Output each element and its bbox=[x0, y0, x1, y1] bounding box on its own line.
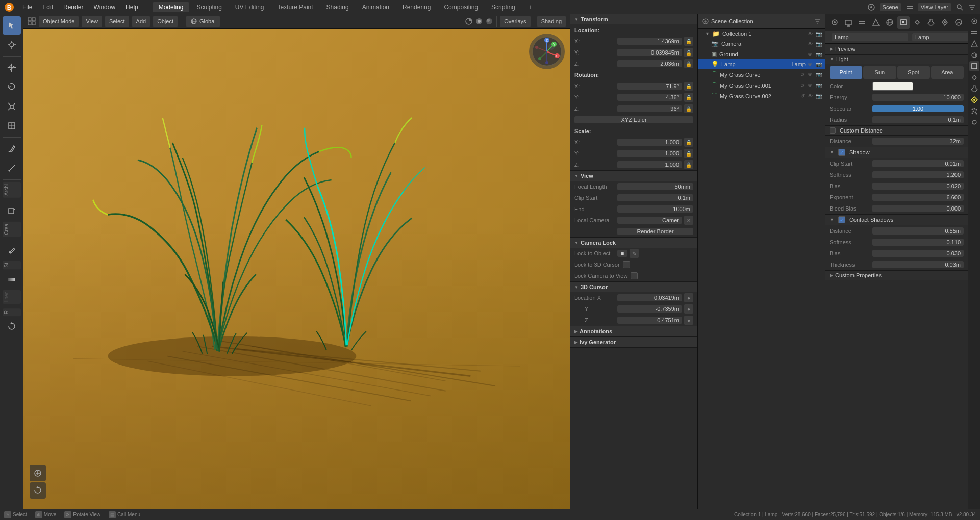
shadow-header[interactable]: ▼ ✓ Shadow bbox=[825, 147, 968, 158]
ivy-generator-header[interactable]: ▶ Ivy Generator bbox=[570, 337, 697, 347]
gradient-tool-btn[interactable] bbox=[3, 271, 21, 289]
outliner-filter-icon[interactable] bbox=[814, 18, 821, 25]
ground-render[interactable]: 📷 bbox=[815, 51, 823, 57]
preview-section-header[interactable]: ▶ Preview bbox=[825, 44, 968, 54]
lock-to-object-eyedropper-btn[interactable]: ✎ bbox=[630, 249, 639, 258]
cs-bias-value[interactable]: 0.030 bbox=[872, 250, 964, 257]
grass-2-render[interactable]: 📷 bbox=[815, 83, 823, 88]
tab-add[interactable]: + bbox=[522, 2, 538, 12]
annotations-header[interactable]: ▶ Annotations bbox=[570, 326, 697, 336]
transform-tool-btn[interactable] bbox=[3, 117, 21, 135]
camera-orbit-btn[interactable] bbox=[30, 482, 46, 499]
toolbar-label-archi[interactable]: Archi bbox=[3, 182, 21, 198]
view-menu-btn[interactable]: View bbox=[82, 16, 102, 27]
render-border-value[interactable]: Render Border bbox=[617, 228, 693, 235]
light-section-header[interactable]: ▼ Light bbox=[825, 54, 968, 64]
tab-modeling[interactable]: Modeling bbox=[153, 2, 190, 12]
props-tab-data[interactable] bbox=[939, 16, 951, 29]
specular-value[interactable]: 1.00 bbox=[872, 105, 964, 112]
props-tab-object[interactable] bbox=[897, 16, 910, 29]
lamp-vis[interactable]: 👁 bbox=[807, 62, 814, 67]
scale-z-value[interactable]: 1.000 bbox=[617, 161, 682, 168]
right-icon-particles[interactable] bbox=[969, 106, 979, 116]
tab-shading[interactable]: Shading bbox=[320, 2, 355, 12]
rot-x-lock-btn[interactable]: 🔒 bbox=[684, 82, 693, 91]
viewport-material-icon[interactable] bbox=[485, 17, 493, 25]
grass-1-vis[interactable]: ↺ bbox=[799, 72, 806, 77]
cursor-y-value[interactable]: -0.7359m bbox=[617, 305, 682, 313]
focal-length-value[interactable]: 50mm bbox=[617, 183, 693, 190]
cs-distance-value[interactable]: 0.55m bbox=[872, 227, 964, 235]
right-icon-world[interactable] bbox=[969, 50, 979, 60]
viewport-shading-icon[interactable] bbox=[465, 17, 473, 25]
navigation-widget[interactable]: X Y Z bbox=[529, 34, 565, 69]
loc-z-value[interactable]: 2.036m bbox=[617, 60, 682, 67]
right-icon-object[interactable] bbox=[969, 61, 979, 71]
props-tab-material[interactable] bbox=[952, 16, 965, 29]
view-section-header[interactable]: ▼ View bbox=[570, 171, 697, 181]
grass-2-eye[interactable]: 👁 bbox=[807, 83, 814, 88]
loc-x-value[interactable]: 1.4369m bbox=[617, 38, 682, 45]
contact-shadows-header[interactable]: ▼ ✓ Contact Shadows bbox=[825, 214, 968, 225]
transform-space-btn[interactable]: Global bbox=[186, 16, 220, 27]
menu-file[interactable]: File bbox=[18, 3, 36, 12]
rotate-tool-btn[interactable] bbox=[3, 78, 21, 96]
props-tab-output[interactable] bbox=[842, 16, 855, 29]
filter-icon[interactable] bbox=[968, 3, 976, 11]
cursor-x-dot-btn[interactable]: ● bbox=[684, 293, 693, 302]
cursor-tool-btn[interactable] bbox=[3, 36, 21, 54]
cs-thickness-value[interactable]: 0.03m bbox=[872, 261, 964, 268]
right-icon-physics[interactable] bbox=[969, 117, 979, 127]
tab-sculpting[interactable]: Sculpting bbox=[190, 2, 228, 12]
object-menu-btn[interactable]: Object bbox=[153, 16, 178, 27]
ground-vis[interactable]: 👁 bbox=[807, 51, 814, 57]
rot-z-value[interactable]: 96° bbox=[617, 105, 682, 112]
scale-tool-btn[interactable] bbox=[3, 97, 21, 116]
scale-x-value[interactable]: 1.000 bbox=[617, 139, 682, 146]
right-icon-scene[interactable] bbox=[969, 39, 979, 49]
tab-compositing[interactable]: Compositing bbox=[438, 2, 484, 12]
shadow-bias-value[interactable]: 0.020 bbox=[872, 183, 964, 190]
outliner-grass-1[interactable]: ⌒ My Grass Curve ↺ 👁 📷 bbox=[698, 69, 825, 80]
tab-scripting[interactable]: Scripting bbox=[485, 2, 521, 12]
local-camera-close-btn[interactable]: ✕ bbox=[684, 216, 693, 225]
menu-help[interactable]: Help bbox=[121, 3, 142, 12]
shadow-exponent-value[interactable]: 6.600 bbox=[872, 194, 964, 201]
grass-3-eye[interactable]: 👁 bbox=[807, 93, 814, 99]
cursor-y-dot-btn[interactable]: ● bbox=[684, 304, 693, 314]
rot-mode-value[interactable]: XYZ Euler bbox=[574, 116, 693, 123]
scale-z-lock-btn[interactable]: 🔒 bbox=[684, 160, 693, 169]
outliner-ground[interactable]: ▣ Ground 👁 📷 bbox=[698, 49, 825, 59]
right-icon-data[interactable] bbox=[969, 95, 979, 105]
props-tab-scene[interactable] bbox=[870, 16, 882, 29]
custom-props-header[interactable]: ▶ Custom Properties bbox=[825, 270, 968, 280]
tab-rendering[interactable]: Rendering bbox=[396, 2, 437, 12]
rot-z-lock-btn[interactable]: 🔒 bbox=[684, 104, 693, 113]
outliner-camera[interactable]: 📷 Camera 👁 📷 bbox=[698, 39, 825, 49]
tab-uv-editing[interactable]: UV Editing bbox=[229, 2, 270, 12]
loc-x-lock-btn[interactable]: 🔒 bbox=[684, 37, 693, 46]
grass-3-vis[interactable]: ↺ bbox=[799, 93, 806, 99]
spin-tool-btn[interactable] bbox=[3, 317, 21, 335]
cs-softness-value[interactable]: 0.110 bbox=[872, 239, 964, 246]
props-tab-constraint[interactable] bbox=[911, 16, 923, 29]
contact-shadows-checkbox[interactable]: ✓ bbox=[838, 216, 845, 223]
shadow-softness-value[interactable]: 1.200 bbox=[872, 171, 964, 178]
scale-x-lock-btn[interactable]: 🔒 bbox=[684, 138, 693, 147]
menu-edit[interactable]: Edit bbox=[38, 3, 57, 12]
search-icon[interactable] bbox=[956, 3, 964, 11]
grass-1-eye[interactable]: 👁 bbox=[807, 72, 814, 77]
camera-render[interactable]: 📷 bbox=[815, 41, 823, 47]
transform-section-header[interactable]: ▼ Transform bbox=[570, 14, 697, 24]
distance-value[interactable]: 32m bbox=[872, 138, 964, 145]
menu-render[interactable]: Render bbox=[59, 3, 87, 12]
clip-start-value[interactable]: 0.1m bbox=[617, 194, 693, 201]
props-tab-viewlayer[interactable] bbox=[856, 16, 868, 29]
viewport-render-icon[interactable] bbox=[475, 17, 483, 25]
move-tool-btn[interactable] bbox=[3, 59, 21, 77]
select-menu-btn[interactable]: Select bbox=[105, 16, 129, 27]
overlays-btn[interactable]: Overlays bbox=[500, 16, 530, 27]
zoom-gizmo-btn[interactable] bbox=[30, 465, 46, 481]
outliner-lamp[interactable]: 💡 Lamp | Lamp 👁 📷 bbox=[698, 59, 825, 69]
scene-name[interactable]: Scene bbox=[880, 3, 901, 11]
